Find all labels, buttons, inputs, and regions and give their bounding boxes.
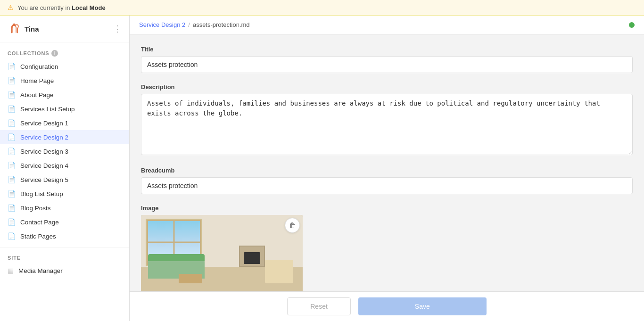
- save-button[interactable]: Save: [358, 297, 487, 315]
- description-field: Description: [141, 83, 633, 156]
- sidebar-item-label: Contact Page: [20, 219, 59, 226]
- breadcrumb-current: assets-protection.md: [193, 21, 250, 28]
- breadcrumb-separator: /: [188, 21, 190, 28]
- warning-icon: ⚠: [8, 4, 14, 11]
- title-label: Title: [141, 46, 633, 53]
- grid-icon: ▦: [8, 267, 14, 274]
- reset-button[interactable]: Reset: [287, 297, 351, 315]
- image-container: 🗑: [141, 215, 303, 291]
- bottom-bar: Reset Save: [130, 291, 644, 321]
- collections-section-label: COLLECTIONS i: [0, 42, 129, 59]
- form-area: Title Description Breadcumb Image: [130, 34, 644, 291]
- sidebar-item-label: Services List Setup: [20, 106, 75, 113]
- info-icon: i: [51, 50, 58, 57]
- svg-point-0: [13, 24, 16, 26]
- sidebar-item-label: Service Design 1: [20, 120, 68, 127]
- sidebar-item-static-pages[interactable]: 📄 Static Pages: [0, 229, 129, 243]
- breadcrumb-parent[interactable]: Service Design 2: [139, 21, 185, 28]
- image-label: Image: [141, 205, 633, 212]
- sidebar-item-contact-page[interactable]: 📄 Contact Page: [0, 215, 129, 229]
- main-content: Service Design 2 / assets-protection.md …: [130, 16, 644, 321]
- doc-icon: 📄: [8, 232, 16, 240]
- sidebar-menu-icon[interactable]: ⋮: [113, 24, 122, 34]
- sidebar-item-media-manager[interactable]: ▦ Media Manager: [0, 263, 129, 278]
- breadcrumb: Service Design 2 / assets-protection.md: [139, 21, 250, 28]
- llama-icon: [8, 22, 21, 35]
- image-preview: [141, 215, 303, 291]
- app-logo: Tina: [8, 22, 39, 35]
- description-label: Description: [141, 83, 633, 91]
- doc-icon: 📄: [8, 204, 16, 212]
- doc-icon: 📄: [8, 148, 16, 155]
- sidebar-item-label: About Page: [20, 91, 54, 99]
- doc-icon: 📄: [8, 63, 16, 70]
- sidebar-item-about-page[interactable]: 📄 About Page: [0, 88, 129, 102]
- sidebar-item-label: Static Pages: [20, 233, 56, 240]
- sidebar-item-service-design-5[interactable]: 📄 Service Design 5: [0, 173, 129, 187]
- sidebar-item-label: Service Design 4: [20, 162, 68, 169]
- doc-icon: 📄: [8, 133, 16, 141]
- doc-icon: 📄: [8, 162, 16, 169]
- sidebar-item-service-design-4[interactable]: 📄 Service Design 4: [0, 158, 129, 173]
- status-dot: [629, 22, 635, 28]
- sidebar-item-service-design-2[interactable]: 📄 Service Design 2: [0, 130, 129, 144]
- doc-icon: 📄: [8, 91, 16, 99]
- sidebar-item-home-page[interactable]: 📄 Home Page: [0, 74, 129, 88]
- local-mode-message: You are currently in Local Mode: [17, 4, 106, 11]
- sidebar-item-configuration[interactable]: 📄 Configuration: [0, 59, 129, 74]
- sidebar-item-label: Service Design 3: [20, 148, 68, 155]
- sidebar-item-label: Service Design 2: [20, 134, 68, 141]
- doc-icon: 📄: [8, 77, 16, 84]
- delete-image-button[interactable]: 🗑: [285, 218, 300, 233]
- sidebar: Tina ⋮ COLLECTIONS i 📄 Configuration 📄 H…: [0, 16, 130, 321]
- image-field: Image: [141, 205, 633, 291]
- doc-icon: 📄: [8, 176, 16, 183]
- breadcumb-label: Breadcumb: [141, 167, 633, 174]
- doc-icon: 📄: [8, 190, 16, 198]
- sidebar-item-label: Media Manager: [18, 267, 63, 274]
- title-input[interactable]: [141, 56, 633, 73]
- sidebar-item-service-design-1[interactable]: 📄 Service Design 1: [0, 116, 129, 130]
- sidebar-header: Tina ⋮: [0, 16, 129, 42]
- sidebar-item-label: Blog Posts: [20, 205, 51, 212]
- doc-icon: 📄: [8, 105, 16, 113]
- sidebar-item-label: Blog List Setup: [20, 190, 63, 198]
- breadcrumb-bar: Service Design 2 / assets-protection.md: [130, 16, 644, 34]
- trash-icon: 🗑: [289, 222, 296, 229]
- sidebar-item-label: Service Design 5: [20, 176, 68, 183]
- description-textarea[interactable]: [141, 94, 633, 155]
- sidebar-item-blog-list-setup[interactable]: 📄 Blog List Setup: [0, 187, 129, 201]
- sidebar-item-blog-posts[interactable]: 📄 Blog Posts: [0, 201, 129, 215]
- app-name: Tina: [25, 25, 39, 33]
- site-section-label: SITE: [0, 247, 129, 263]
- breadcumb-input[interactable]: [141, 177, 633, 194]
- top-bar: ⚠ You are currently in Local Mode: [0, 0, 644, 16]
- sidebar-item-label: Home Page: [20, 77, 54, 84]
- title-field: Title: [141, 46, 633, 73]
- sidebar-item-services-list-setup[interactable]: 📄 Services List Setup: [0, 102, 129, 116]
- sidebar-item-service-design-3[interactable]: 📄 Service Design 3: [0, 144, 129, 158]
- doc-icon: 📄: [8, 218, 16, 226]
- breadcumb-field: Breadcumb: [141, 167, 633, 194]
- doc-icon: 📄: [8, 119, 16, 127]
- sidebar-item-label: Configuration: [20, 63, 58, 70]
